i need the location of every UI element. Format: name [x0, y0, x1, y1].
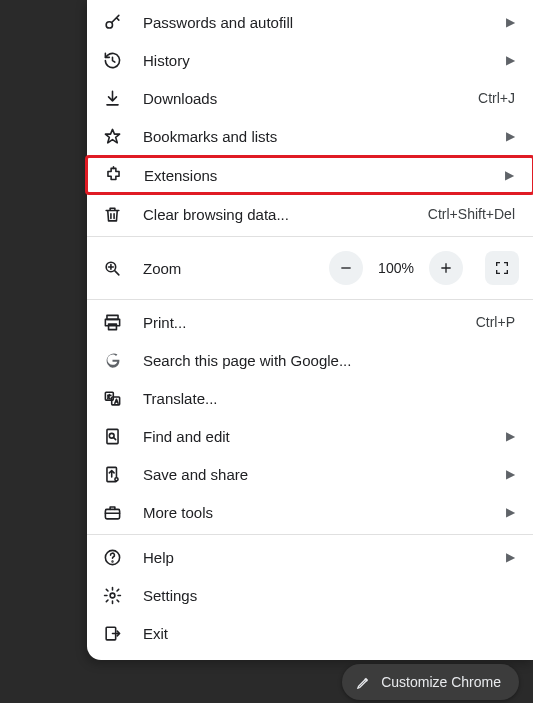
menu-item-label: Extensions: [144, 167, 495, 184]
zoom-icon: [101, 257, 123, 279]
customize-chrome-button[interactable]: Customize Chrome: [342, 664, 519, 700]
menu-item-exit[interactable]: Exit: [87, 614, 533, 652]
chevron-right-icon: ▶: [506, 467, 515, 481]
menu-item-label: Help: [143, 549, 496, 566]
zoom-in-button[interactable]: [429, 251, 463, 285]
extension-icon: [102, 164, 124, 186]
settings-icon: [101, 584, 123, 606]
translate-icon: [101, 387, 123, 409]
fullscreen-button[interactable]: [485, 251, 519, 285]
star-icon: [101, 125, 123, 147]
chrome-main-menu: Passwords and autofill▶History▶Downloads…: [87, 0, 533, 660]
menu-item-print[interactable]: Print...Ctrl+P: [87, 303, 533, 341]
find-icon: [101, 425, 123, 447]
zoom-label: Zoom: [143, 260, 329, 277]
menu-item-passwords-and-autofill[interactable]: Passwords and autofill▶: [87, 3, 533, 41]
menu-item-label: Passwords and autofill: [143, 14, 496, 31]
menu-item-label: Find and edit: [143, 428, 496, 445]
menu-item-label: Bookmarks and lists: [143, 128, 496, 145]
svg-point-13: [112, 561, 113, 562]
menu-item-shortcut: Ctrl+P: [476, 314, 515, 330]
menu-item-search-this-page-with-google[interactable]: Search this page with Google...: [87, 341, 533, 379]
menu-item-label: More tools: [143, 504, 496, 521]
chevron-right-icon: ▶: [506, 429, 515, 443]
menu-item-label: Clear browsing data...: [143, 206, 428, 223]
chevron-right-icon: ▶: [506, 53, 515, 67]
menu-item-shortcut: Ctrl+Shift+Del: [428, 206, 515, 222]
menu-item-bookmarks-and-lists[interactable]: Bookmarks and lists▶: [87, 117, 533, 155]
menu-item-label: History: [143, 52, 496, 69]
svg-point-10: [114, 477, 117, 480]
zoom-out-button[interactable]: [329, 251, 363, 285]
menu-item-translate[interactable]: Translate...: [87, 379, 533, 417]
menu-item-label: Save and share: [143, 466, 496, 483]
menu-item-label: Settings: [143, 587, 515, 604]
menu-item-settings[interactable]: Settings: [87, 576, 533, 614]
chevron-right-icon: ▶: [505, 168, 514, 182]
customize-chrome-label: Customize Chrome: [381, 674, 501, 690]
menu-item-find-and-edit[interactable]: Find and edit▶: [87, 417, 533, 455]
chevron-right-icon: ▶: [506, 15, 515, 29]
menu-item-label: Translate...: [143, 390, 515, 407]
menu-item-label: Search this page with Google...: [143, 352, 515, 369]
help-icon: [101, 546, 123, 568]
pencil-icon: [356, 675, 371, 690]
chevron-right-icon: ▶: [506, 129, 515, 143]
print-icon: [101, 311, 123, 333]
share-icon: [101, 463, 123, 485]
menu-item-zoom: Zoom100%: [87, 240, 533, 296]
menu-item-label: Exit: [143, 625, 515, 642]
menu-item-shortcut: Ctrl+J: [478, 90, 515, 106]
menu-item-save-and-share[interactable]: Save and share▶: [87, 455, 533, 493]
download-icon: [101, 87, 123, 109]
key-icon: [101, 11, 123, 33]
menu-item-label: Downloads: [143, 90, 478, 107]
menu-item-label: Print...: [143, 314, 476, 331]
history-icon: [101, 49, 123, 71]
toolbox-icon: [101, 501, 123, 523]
exit-icon: [101, 622, 123, 644]
svg-rect-7: [106, 429, 117, 443]
menu-item-help[interactable]: Help▶: [87, 538, 533, 576]
menu-item-downloads[interactable]: DownloadsCtrl+J: [87, 79, 533, 117]
chevron-right-icon: ▶: [506, 550, 515, 564]
menu-item-clear-browsing-data[interactable]: Clear browsing data...Ctrl+Shift+Del: [87, 195, 533, 233]
highlight-box: Extensions▶: [85, 155, 533, 195]
google-icon: [101, 349, 123, 371]
menu-item-extensions[interactable]: Extensions▶: [88, 158, 532, 192]
menu-item-history[interactable]: History▶: [87, 41, 533, 79]
svg-point-14: [110, 593, 115, 598]
menu-item-more-tools[interactable]: More tools▶: [87, 493, 533, 531]
zoom-value: 100%: [373, 260, 419, 276]
trash-icon: [101, 203, 123, 225]
chevron-right-icon: ▶: [506, 505, 515, 519]
